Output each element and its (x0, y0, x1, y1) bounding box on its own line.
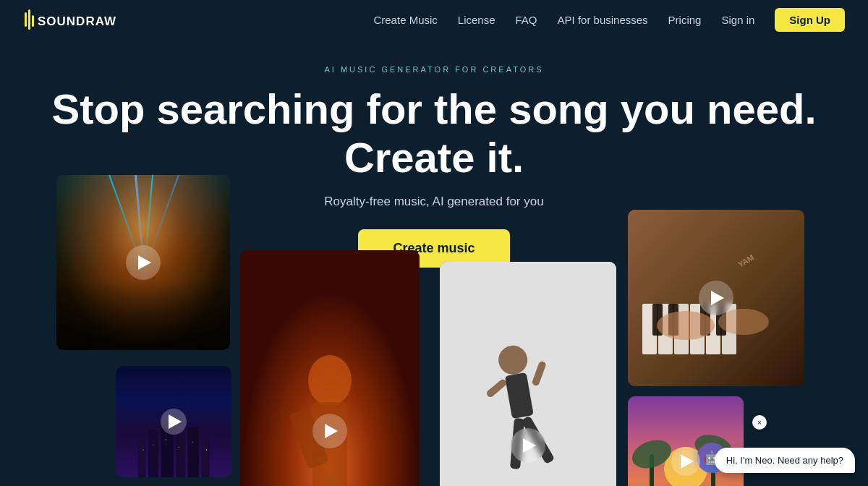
navbar: SOUNDRAW Create Music License FAQ API fo… (0, 0, 868, 39)
nav-faq[interactable]: FAQ (516, 14, 537, 26)
svg-rect-5 (148, 430, 158, 477)
svg-text:SOUNDRAW: SOUNDRAW (38, 14, 116, 28)
svg-point-12 (166, 440, 166, 440)
nav-links: Create Music License FAQ API for busines… (373, 8, 845, 32)
hero-subtitle: AI MUSIC GENERATOR FOR CREATORS (14, 65, 854, 74)
nav-pricing[interactable]: Pricing (668, 14, 702, 26)
svg-point-15 (206, 450, 207, 451)
svg-rect-7 (176, 435, 185, 477)
svg-point-38 (657, 311, 715, 340)
play-city[interactable] (161, 409, 187, 435)
play-palm[interactable] (671, 447, 700, 476)
gallery: YAM (0, 175, 868, 486)
svg-point-17 (308, 355, 352, 406)
card-cityscape (116, 366, 231, 477)
signup-button[interactable]: Sign Up (775, 8, 845, 32)
nav-license[interactable]: License (458, 14, 495, 26)
svg-rect-1 (28, 9, 30, 30)
nav-create-music[interactable]: Create Music (373, 14, 437, 26)
play-concert[interactable] (126, 245, 161, 280)
svg-point-14 (192, 442, 193, 443)
svg-rect-0 (25, 12, 27, 27)
card-concert (56, 175, 230, 350)
svg-rect-4 (138, 440, 145, 477)
chat-close-button[interactable]: × (752, 415, 767, 430)
nav-api[interactable]: API for businesses (558, 14, 648, 26)
svg-rect-9 (201, 438, 209, 477)
card-dancer (440, 262, 616, 486)
nav-signin[interactable]: Sign in (721, 14, 754, 26)
svg-point-39 (718, 309, 769, 335)
svg-point-10 (142, 450, 143, 451)
svg-rect-2 (32, 15, 34, 27)
svg-point-13 (178, 447, 179, 448)
play-dancer[interactable] (511, 428, 545, 463)
card-piano: YAM (628, 210, 804, 386)
hero-title: Stop searching for the song you need. Cr… (14, 85, 854, 182)
chat-bubble: Hi, I'm Neo. Need any help? (715, 448, 855, 473)
svg-rect-8 (188, 427, 199, 477)
play-piano[interactable] (699, 281, 733, 315)
logo[interactable]: SOUNDRAW (23, 7, 139, 33)
play-performer[interactable] (312, 414, 347, 448)
svg-point-11 (153, 445, 153, 446)
card-performer (240, 250, 420, 486)
chat-container: 🤖 × Hi, I'm Neo. Need any help? (622, 421, 868, 486)
